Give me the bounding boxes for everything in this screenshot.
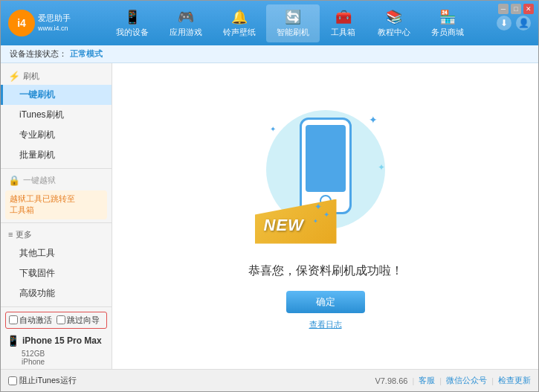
divider-1 bbox=[1, 168, 112, 169]
nav-tab-apps[interactable]: 🎮 应用游戏 bbox=[159, 4, 213, 42]
status-text: 正常模式 bbox=[70, 48, 103, 60]
ringtones-icon: 🔔 bbox=[231, 9, 248, 25]
success-illustration: NEW ✦ ✦ ✦ ✦ ✦ ✦ bbox=[259, 103, 393, 251]
server-link[interactable]: 客服 bbox=[419, 375, 435, 386]
sidebar-item-advanced[interactable]: 高级功能 bbox=[1, 283, 112, 303]
sparkle-icon-3: ✦ bbox=[378, 162, 385, 173]
main-layout: ⚡ 刷机 一键刷机 iTunes刷机 专业刷机 批量刷机 🔒 一键越狱 越狱工具… bbox=[1, 63, 538, 369]
status-bar: 设备连接状态： 正常模式 bbox=[1, 45, 538, 63]
sidebar: ⚡ 刷机 一键刷机 iTunes刷机 专业刷机 批量刷机 🔒 一键越狱 越狱工具… bbox=[1, 63, 112, 369]
star-icon-3: ✦ bbox=[313, 218, 318, 225]
my-device-icon: 📱 bbox=[124, 9, 141, 25]
flash-icon: ⚡ bbox=[8, 71, 20, 82]
toolbox-icon: 🧰 bbox=[335, 9, 352, 25]
shop-icon: 🏪 bbox=[439, 9, 456, 25]
check-update-link[interactable]: 检查更新 bbox=[498, 375, 531, 386]
divider-2 bbox=[1, 222, 112, 223]
more-icon: ≡ bbox=[8, 230, 13, 239]
phone-screen bbox=[306, 125, 346, 192]
nav-tab-ringtones[interactable]: 🔔 铃声壁纸 bbox=[213, 4, 266, 42]
star-icon-2: ✦ bbox=[323, 211, 329, 219]
content-area: NEW ✦ ✦ ✦ ✦ ✦ ✦ 恭喜您，保资料刷机成功啦！ 确定 查看日志 bbox=[112, 63, 538, 369]
tutorials-icon: 📚 bbox=[386, 9, 402, 25]
auto-activate-checkbox[interactable]: 自动激活 bbox=[9, 315, 52, 326]
header-right: ⬇ 👤 bbox=[497, 16, 531, 30]
divider-3 bbox=[1, 306, 112, 307]
flash-section-label: ⚡ 刷机 bbox=[1, 68, 112, 85]
jailbreak-disabled: 🔒 一键越狱 bbox=[1, 172, 112, 189]
confirm-button[interactable]: 确定 bbox=[286, 291, 365, 313]
lock-icon: 🔒 bbox=[8, 175, 20, 186]
apps-icon: 🎮 bbox=[178, 9, 194, 25]
nav-tabs: 📱 我的设备 🎮 应用游戏 🔔 铃声壁纸 🔄 智能刷机 🧰 工具箱 📚 bbox=[83, 4, 497, 42]
logo-text: 爱思助手www.i4.cn bbox=[38, 13, 71, 33]
sidebar-item-itunes-flash[interactable]: iTunes刷机 bbox=[1, 105, 112, 125]
block-itunes-input[interactable] bbox=[8, 376, 17, 385]
nav-tab-shop[interactable]: 🏪 务员商城 bbox=[421, 4, 474, 42]
version-text: V7.98.66 bbox=[375, 376, 407, 385]
sparkle-icon-1: ✦ bbox=[369, 114, 378, 126]
new-badge-text: NEW bbox=[264, 216, 304, 235]
nav-tab-tutorials[interactable]: 📚 教程中心 bbox=[367, 4, 421, 42]
block-itunes-checkbox[interactable]: 阻止iTunes运行 bbox=[8, 375, 77, 386]
minimize-button[interactable]: ─ bbox=[498, 4, 509, 14]
nav-tab-my-device[interactable]: 📱 我的设备 bbox=[106, 4, 159, 42]
maximize-button[interactable]: □ bbox=[511, 4, 521, 14]
nav-tab-toolbox[interactable]: 🧰 工具箱 bbox=[320, 4, 367, 42]
sidebar-item-one-key-flash[interactable]: 一键刷机 bbox=[1, 85, 112, 105]
device-phone-icon: 📱 bbox=[7, 335, 19, 347]
bottom-bar: 阻止iTunes运行 V7.98.66 | 客服 | 微信公众号 | 检查更新 bbox=[1, 369, 538, 391]
bottom-left: 阻止iTunes运行 bbox=[8, 375, 77, 386]
new-ribbon-container: NEW ✦ ✦ ✦ bbox=[255, 196, 337, 244]
window-controls: ─ □ ✕ bbox=[498, 4, 534, 14]
more-section-label: ≡ 更多 bbox=[1, 226, 112, 243]
sidebar-item-batch-flash[interactable]: 批量刷机 bbox=[1, 145, 112, 165]
auto-options-box: 自动激活 跳过向导 bbox=[5, 312, 107, 329]
bottom-status: V7.98.66 | 客服 | 微信公众号 | 检查更新 bbox=[375, 375, 531, 386]
auto-activate-input[interactable] bbox=[9, 315, 18, 324]
close-button[interactable]: ✕ bbox=[523, 4, 534, 14]
user-button[interactable]: 👤 bbox=[516, 16, 531, 30]
jailbreak-warning: 越狱工具已跳转至工具箱 bbox=[5, 190, 107, 219]
logo: i4 爱思助手www.i4.cn bbox=[8, 10, 83, 36]
sidebar-item-download-firmware[interactable]: 下载固件 bbox=[1, 263, 112, 283]
smart-flash-icon: 🔄 bbox=[285, 9, 301, 25]
sidebar-item-pro-flash[interactable]: 专业刷机 bbox=[1, 125, 112, 145]
sidebar-item-other-tools[interactable]: 其他工具 bbox=[1, 243, 112, 263]
success-title: 恭喜您，保资料刷机成功啦！ bbox=[248, 263, 403, 279]
device-info: 📱 iPhone 15 Pro Max 512GB iPhone bbox=[1, 332, 112, 369]
wechat-link[interactable]: 微信公众号 bbox=[446, 375, 487, 386]
nav-tab-smart-flash[interactable]: 🔄 智能刷机 bbox=[266, 4, 320, 42]
download-button[interactable]: ⬇ bbox=[497, 16, 511, 30]
star-icon-1: ✦ bbox=[314, 202, 322, 212]
skip-guide-input[interactable] bbox=[57, 315, 65, 324]
header: i4 爱思助手www.i4.cn 📱 我的设备 🎮 应用游戏 🔔 铃声壁纸 🔄 … bbox=[1, 1, 538, 45]
sparkle-icon-2: ✦ bbox=[270, 125, 276, 133]
logo-icon: i4 bbox=[8, 10, 35, 36]
skip-guide-checkbox[interactable]: 跳过向导 bbox=[57, 315, 100, 326]
log-link[interactable]: 查看日志 bbox=[309, 319, 342, 330]
